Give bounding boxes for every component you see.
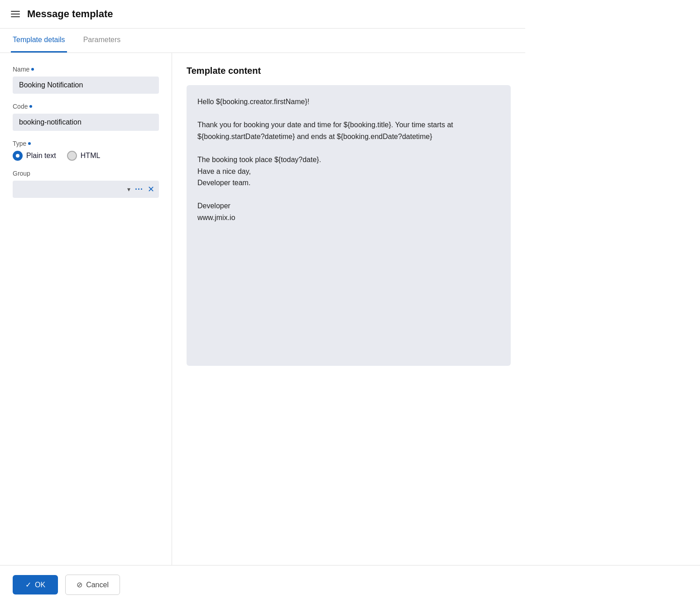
- group-actions: ▾ ··· ✕: [127, 184, 154, 194]
- chevron-down-icon[interactable]: ▾: [127, 186, 130, 193]
- group-label: Group: [13, 170, 159, 177]
- radio-circle-plain-text: [13, 151, 23, 161]
- menu-icon[interactable]: [11, 11, 20, 17]
- group-selector: ▾ ··· ✕: [13, 181, 159, 198]
- type-field-group: Type Plain text HTML: [13, 140, 159, 161]
- name-input[interactable]: [13, 77, 159, 94]
- page-title: Message template: [27, 8, 113, 20]
- template-content-title: Template content: [187, 66, 511, 76]
- radio-html[interactable]: HTML: [67, 151, 101, 161]
- tab-bar: Template details Parameters: [0, 29, 525, 53]
- left-panel: Name Code Type Plain text: [0, 53, 172, 598]
- tab-parameters[interactable]: Parameters: [82, 29, 123, 53]
- ellipsis-icon[interactable]: ···: [135, 185, 143, 194]
- name-required-dot: [31, 68, 34, 71]
- group-field-group: Group ▾ ··· ✕: [13, 170, 159, 198]
- cancel-button[interactable]: ⊘ Cancel: [65, 575, 120, 595]
- ok-check-icon: ✓: [25, 580, 31, 589]
- code-field-group: Code: [13, 103, 159, 131]
- code-label: Code: [13, 103, 159, 110]
- name-field-group: Name: [13, 66, 159, 94]
- template-content-textarea[interactable]: Hello ${booking.creator.firstName}! Than…: [187, 85, 511, 366]
- radio-plain-text[interactable]: Plain text: [13, 151, 56, 161]
- main-content: Name Code Type Plain text: [0, 53, 525, 598]
- clear-icon[interactable]: ✕: [148, 184, 154, 194]
- code-required-dot: [29, 105, 32, 108]
- group-input[interactable]: [17, 186, 124, 193]
- right-panel: Template content Hello ${booking.creator…: [172, 53, 525, 598]
- cancel-slash-icon: ⊘: [77, 580, 82, 589]
- ok-button[interactable]: ✓ OK: [13, 575, 58, 594]
- footer: ✓ OK ⊘ Cancel: [0, 565, 525, 598]
- app-header: Message template: [0, 0, 525, 29]
- tab-template-details[interactable]: Template details: [11, 29, 67, 53]
- name-label: Name: [13, 66, 159, 73]
- radio-circle-html: [67, 151, 77, 161]
- code-input[interactable]: [13, 114, 159, 131]
- type-label: Type: [13, 140, 159, 147]
- type-radio-group: Plain text HTML: [13, 151, 159, 161]
- type-required-dot: [28, 142, 31, 145]
